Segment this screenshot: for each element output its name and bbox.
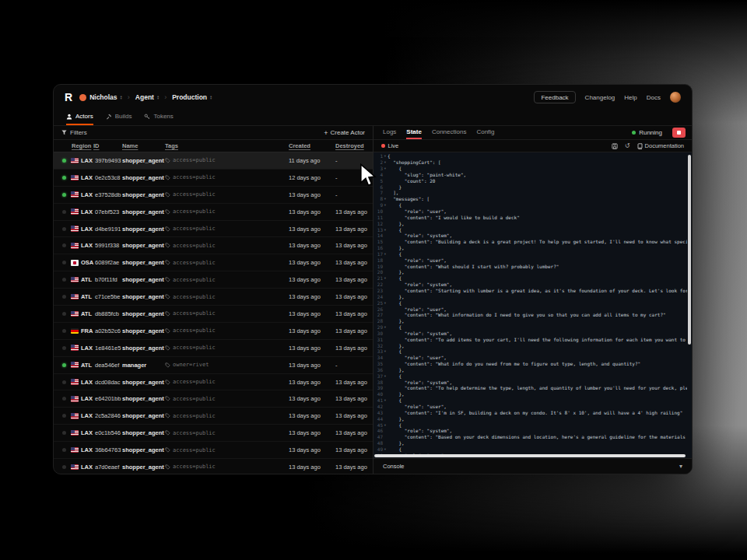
status-dot — [62, 363, 66, 367]
col-destroyed[interactable]: Destroyed — [335, 142, 373, 149]
col-id[interactable]: ID — [93, 142, 122, 149]
table-row[interactable]: LAX d4be9191 shopper_agent access=public… — [54, 221, 373, 238]
tab-state[interactable]: State — [406, 126, 422, 139]
filters-button[interactable]: Filters — [61, 129, 87, 136]
row-id: a7d0eaef — [95, 464, 122, 471]
table-row[interactable]: LAX a7d0eaef shopper_agent access=public… — [54, 459, 373, 474]
docs-link[interactable]: Docs — [647, 94, 661, 101]
code-line: 35 "content": "What info do you need fro… — [374, 361, 687, 367]
main-area: Filters + Create Actor Region ID Name Ta… — [54, 125, 692, 474]
tab-builds[interactable]: Builds — [106, 110, 132, 125]
tab-config[interactable]: Config — [476, 126, 494, 139]
line-number: 6 — [380, 184, 383, 190]
create-actor-button[interactable]: + Create Actor — [324, 129, 365, 137]
status-dot — [62, 243, 66, 247]
row-region: LAX — [81, 429, 95, 436]
tag-icon — [165, 175, 170, 180]
state-pane: Logs State Connections Config Running Li… — [373, 126, 692, 474]
table-row[interactable]: ATL db885fcb shopper_agent access=public… — [54, 306, 373, 323]
table-row[interactable]: LAX dcd08dac shopper_agent access=public… — [54, 374, 373, 391]
row-tag: access=public — [173, 396, 216, 402]
table-row[interactable]: LAX 1e8461e5 shopper_agent access=public… — [54, 340, 373, 357]
help-link[interactable]: Help — [624, 94, 637, 101]
line-text: "content": "To add items to your cart, I… — [388, 337, 687, 342]
row-region: LAX — [81, 379, 95, 386]
row-name: shopper_agent — [122, 276, 165, 283]
row-created: 13 days ago — [289, 310, 335, 317]
row-created: 13 days ago — [289, 345, 335, 352]
key-icon — [144, 114, 150, 120]
vertical-scrollbar[interactable] — [688, 155, 691, 345]
row-id: 2c5a2846 — [95, 412, 122, 419]
row-tag-chip: access=public — [165, 208, 289, 215]
stop-actor-button[interactable] — [672, 128, 686, 138]
horizontal-scrollbar[interactable] — [374, 454, 686, 457]
breadcrumb-environment[interactable]: Production ▴▾ — [172, 93, 212, 101]
rivet-logo[interactable]: R — [65, 91, 72, 103]
line-number: 15 — [377, 239, 383, 244]
table-row[interactable]: LAX 397b9493 shopper_agent access=public… — [54, 152, 373, 170]
tab-tokens-label: Tokens — [153, 113, 173, 120]
code-lines: 1▾ { 2▾ "shoppingCart": [ 3▾ { 4 "slug":… — [374, 153, 687, 454]
line-text: "role": "user", — [388, 355, 447, 360]
table-row[interactable]: OSA 6089f2ae shopper_agent access=public… — [54, 254, 373, 271]
table-row[interactable]: LAX e0c1b546 shopper_agent access=public… — [54, 425, 373, 442]
tab-logs[interactable]: Logs — [383, 126, 396, 139]
col-tags[interactable]: Tags — [165, 142, 289, 149]
code-line: 20 }, — [374, 269, 687, 275]
region-flag — [71, 396, 79, 402]
documentation-button[interactable]: Documentation — [637, 142, 684, 149]
col-region[interactable]: Region — [72, 142, 93, 149]
table-row[interactable]: LAX 0e2c53c8 shopper_agent access=public… — [54, 170, 373, 187]
line-number: 17 — [377, 251, 383, 257]
table-row[interactable]: LAX 07ebf523 shopper_agent access=public… — [54, 204, 373, 221]
selector-carets-icon: ▴▾ — [210, 95, 212, 100]
row-id: 0e2c53c8 — [95, 174, 122, 181]
line-number: 11 — [377, 215, 383, 220]
table-row[interactable]: ATL c71ce5be shopper_agent access=public… — [54, 289, 373, 306]
table-row[interactable]: FRA a02b52c6 shopper_agent access=public… — [54, 323, 373, 340]
tab-actors[interactable]: Actors — [66, 110, 93, 125]
table-row[interactable]: LAX e37528db shopper_agent access=public… — [54, 187, 373, 204]
table-row[interactable]: LAX 2c5a2846 shopper_agent access=public… — [54, 408, 373, 425]
tab-connections[interactable]: Connections — [432, 126, 466, 139]
col-name[interactable]: Name — [122, 142, 165, 149]
line-text: "content": "To help determine the type, … — [388, 385, 687, 390]
tab-tokens[interactable]: Tokens — [144, 110, 173, 125]
table-row[interactable]: LAX 36b64763 shopper_agent access=public… — [54, 442, 373, 459]
table-row[interactable]: ATL b70f11fd shopper_agent access=public… — [54, 271, 373, 289]
row-tag-chip: access=public — [165, 327, 289, 334]
tag-icon — [165, 294, 170, 299]
code-line: 37▾ { — [374, 373, 687, 379]
undo-icon[interactable]: ↺ — [625, 143, 630, 149]
line-text: { — [388, 275, 402, 281]
table-row[interactable]: ATL dea546ef manager owner=rivet 13 days… — [54, 357, 373, 374]
line-number: 33 — [377, 348, 383, 354]
row-tag-chip: access=public — [165, 174, 289, 180]
row-created: 13 days ago — [289, 208, 335, 215]
row-tag-chip: access=public — [165, 294, 289, 300]
actor-table-rows[interactable]: LAX 397b9493 shopper_agent access=public… — [54, 152, 373, 474]
row-created: 12 days ago — [289, 174, 335, 181]
console-bar[interactable]: Console ▾ — [374, 458, 692, 474]
row-tag: owner=rivet — [173, 362, 209, 368]
row-id: 36b64763 — [95, 446, 122, 453]
col-created[interactable]: Created — [289, 142, 335, 149]
line-text: "content": "What info do you need from m… — [388, 361, 640, 366]
tab-builds-label: Builds — [115, 113, 132, 120]
line-text: } — [388, 184, 402, 190]
table-row[interactable]: LAX e64201bb shopper_agent access=public… — [54, 390, 373, 408]
line-number: 18 — [377, 257, 383, 263]
changelog-link[interactable]: Changelog — [585, 94, 615, 101]
user-avatar[interactable] — [670, 92, 681, 103]
line-number: 12 — [377, 221, 383, 226]
save-icon[interactable] — [612, 143, 618, 149]
line-text: "role": "user", — [388, 257, 447, 263]
table-row[interactable]: LAX 5991f338 shopper_agent access=public… — [54, 237, 373, 254]
status-dot — [62, 312, 66, 316]
breadcrumb-team[interactable]: Nicholas ▴▾ — [79, 93, 122, 101]
feedback-button[interactable]: Feedback — [534, 91, 575, 103]
breadcrumb-project[interactable]: Agent ▴▾ — [135, 93, 159, 101]
row-id: e37528db — [95, 191, 122, 198]
state-json-editor[interactable]: 1▾ { 2▾ "shoppingCart": [ 3▾ { 4 "slug":… — [374, 152, 692, 458]
